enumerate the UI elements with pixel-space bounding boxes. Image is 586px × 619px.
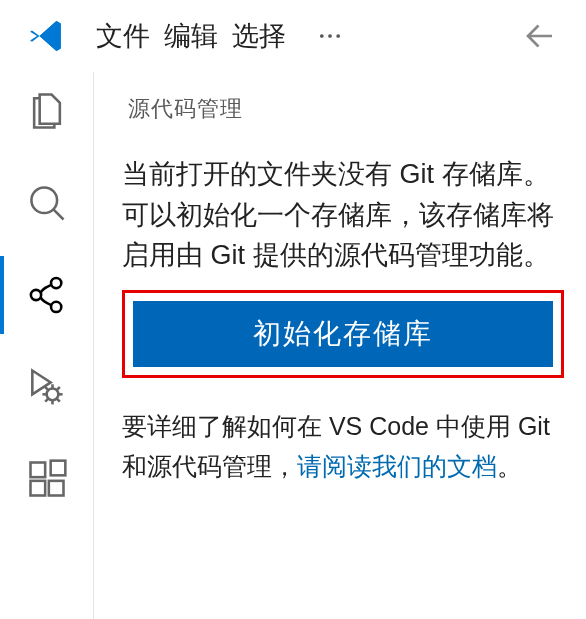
- menu-select[interactable]: 选择: [230, 14, 288, 58]
- init-repo-button[interactable]: 初始化存储库: [133, 301, 553, 367]
- svg-point-2: [336, 34, 340, 38]
- svg-rect-17: [30, 463, 45, 478]
- source-control-panel: 源代码管理 当前打开的文件夹没有 Git 存储库。可以初始化一个存储库，该存储库…: [94, 72, 586, 619]
- vscode-logo: [0, 16, 94, 56]
- svg-rect-19: [48, 481, 63, 496]
- svg-line-15: [45, 399, 48, 402]
- activity-source-control[interactable]: [0, 270, 94, 320]
- svg-line-13: [45, 387, 48, 390]
- svg-point-7: [51, 302, 61, 312]
- menu-bar: 文件 编辑 选择: [94, 14, 586, 58]
- svg-point-3: [31, 187, 57, 213]
- learn-more-text: 要详细了解如何在 VS Code 中使用 Git 和源代码管理，请阅读我们的文档…: [122, 406, 564, 486]
- activity-bar: [0, 72, 94, 619]
- back-arrow-icon[interactable]: [522, 18, 558, 54]
- svg-line-16: [56, 399, 59, 402]
- docs-link[interactable]: 请阅读我们的文档: [297, 452, 497, 480]
- activity-run-debug[interactable]: [0, 362, 94, 412]
- highlight-box: 初始化存储库: [122, 290, 564, 378]
- activity-explorer[interactable]: [0, 86, 94, 136]
- svg-point-6: [30, 290, 40, 300]
- activity-extensions[interactable]: [0, 454, 94, 504]
- svg-point-8: [46, 388, 58, 400]
- svg-line-4: [53, 209, 63, 219]
- menu-edit[interactable]: 编辑: [162, 14, 220, 58]
- svg-rect-18: [30, 481, 45, 496]
- title-bar: 文件 编辑 选择: [0, 0, 586, 72]
- svg-point-0: [320, 34, 324, 38]
- svg-point-1: [328, 34, 332, 38]
- learn-suffix: 。: [497, 452, 522, 480]
- body-area: 源代码管理 当前打开的文件夹没有 Git 存储库。可以初始化一个存储库，该存储库…: [0, 72, 586, 619]
- svg-point-5: [51, 278, 61, 288]
- menu-file[interactable]: 文件: [94, 14, 152, 58]
- scm-description: 当前打开的文件夹没有 Git 存储库。可以初始化一个存储库，该存储库将启用由 G…: [122, 154, 564, 276]
- menu-more-icon[interactable]: [310, 22, 350, 50]
- svg-rect-20: [50, 461, 65, 476]
- svg-line-14: [56, 387, 59, 390]
- panel-body: 当前打开的文件夹没有 Git 存储库。可以初始化一个存储库，该存储库将启用由 G…: [94, 142, 586, 486]
- activity-search[interactable]: [0, 178, 94, 228]
- panel-title: 源代码管理: [94, 72, 586, 142]
